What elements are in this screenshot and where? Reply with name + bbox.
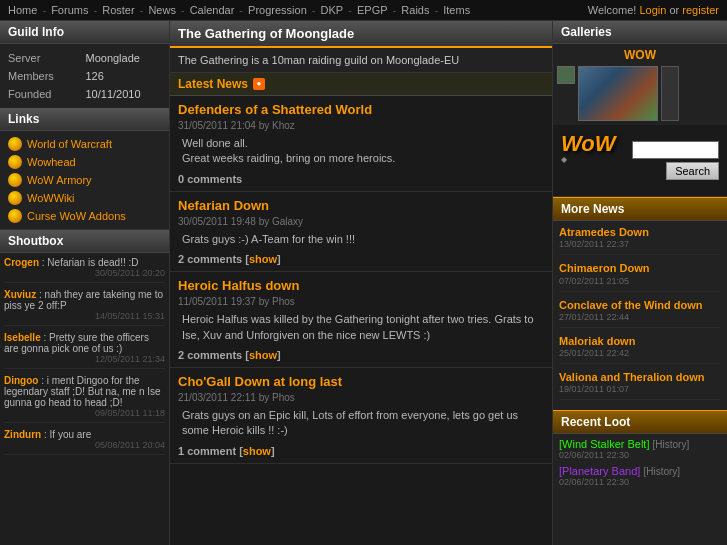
more-news-3: Maloriak down 25/01/2011 22:42: [559, 334, 721, 364]
server-value: Moonglade: [79, 50, 167, 66]
nav-news[interactable]: News: [148, 4, 176, 16]
server-label: Server: [2, 50, 77, 66]
nav-epgp[interactable]: EPGP: [357, 4, 388, 16]
guild-description: The Gathering is a 10man raiding guild o…: [170, 48, 552, 73]
news-1-show-link[interactable]: show: [249, 253, 277, 265]
news-2-comments: 2 comments [show]: [178, 349, 544, 361]
nav-raids[interactable]: Raids: [401, 4, 429, 16]
shout-3: Dingoo : i ment Dingoo for the legendary…: [4, 375, 165, 423]
link-wowhead-label: Wowhead: [27, 156, 76, 168]
news-2-show-link[interactable]: show: [249, 349, 277, 361]
news-0-comments: 0 comments: [178, 173, 544, 185]
shout-0-text: Nefarian is dead!! :D: [47, 257, 138, 268]
galleries-section: WOW: [553, 44, 727, 125]
loot-0-name[interactable]: [Wind Stalker Belt]: [559, 438, 649, 450]
links-section: World of Warcraft Wowhead WoW Armory WoW…: [0, 131, 169, 229]
link-wowwiki[interactable]: WoWWiki: [0, 189, 169, 207]
wowhead-icon: [8, 155, 22, 169]
link-curse-label: Curse WoW Addons: [27, 210, 126, 222]
more-news-2-title[interactable]: Conclave of the Wind down: [559, 298, 721, 312]
nav-home[interactable]: Home: [8, 4, 37, 16]
wowwiki-icon: [8, 191, 22, 205]
main-layout: Guild Info Server Moonglade Members 126 …: [0, 21, 727, 545]
top-navigation: Home - Forums - Roster - News - Calendar…: [0, 0, 727, 21]
loot-1-name[interactable]: [Planetary Band]: [559, 465, 640, 477]
news-1-comments: 2 comments [show]: [178, 253, 544, 265]
shoutbox: Shoutbox Crogen : Nefarian is dead!! :D …: [0, 229, 169, 545]
news-0-meta: 31/05/2011 21:04 by Khoz: [178, 120, 544, 131]
rss-icon[interactable]: ●: [253, 78, 265, 90]
nav-items[interactable]: Items: [443, 4, 470, 16]
wow-search-button[interactable]: Search: [666, 162, 719, 180]
shoutbox-header: Shoutbox: [0, 230, 169, 253]
members-label: Members: [2, 68, 77, 84]
nav-progression[interactable]: Progression: [248, 4, 307, 16]
wow-search-input[interactable]: [632, 141, 719, 159]
more-news-4-date: 19/01/2011 01:07: [559, 384, 721, 394]
wow-search-widget: WoW ◆ Search: [553, 125, 727, 197]
founded-value: 10/11/2010: [79, 86, 167, 102]
shout-4-text: If you are: [50, 429, 92, 440]
more-news-4-title[interactable]: Valiona and Theralion down: [559, 370, 721, 384]
gallery-label: WOW: [557, 48, 723, 62]
members-row: Members 126: [2, 68, 167, 84]
news-3-show-link[interactable]: show: [243, 445, 271, 457]
gallery-thumb-main[interactable]: [578, 66, 658, 121]
news-3-title[interactable]: Cho'Gall Down at long last: [178, 374, 544, 389]
news-item-1: Nefarian Down 30/05/2011 19:48 by Galaxy…: [170, 192, 552, 272]
or-text: or: [669, 4, 679, 16]
shout-4: Zindurn : If you are 05/06/2011 20:04: [4, 429, 165, 455]
more-news-3-title[interactable]: Maloriak down: [559, 334, 721, 348]
guild-info-table: Server Moonglade Members 126 Founded 10/…: [0, 44, 169, 108]
more-news-header: More News: [553, 197, 727, 221]
curse-icon: [8, 209, 22, 223]
nav-forums[interactable]: Forums: [51, 4, 88, 16]
shout-0: Crogen : Nefarian is dead!! :D 30/05/201…: [4, 257, 165, 283]
loot-0-date: 02/06/2011 22:30: [559, 450, 721, 460]
link-wowhead[interactable]: Wowhead: [0, 153, 169, 171]
left-sidebar: Guild Info Server Moonglade Members 126 …: [0, 21, 170, 545]
news-0-title[interactable]: Defenders of a Shattered World: [178, 102, 544, 117]
loot-1: [Planetary Band] [History] 02/06/2011 22…: [559, 465, 721, 487]
nav-roster[interactable]: Roster: [102, 4, 134, 16]
nav-calendar[interactable]: Calendar: [190, 4, 235, 16]
links-header: Links: [0, 108, 169, 131]
loot-0: [Wind Stalker Belt] [History] 02/06/2011…: [559, 438, 721, 460]
more-news-0: Atramedes Down 13/02/2011 22:37: [559, 225, 721, 255]
shoutbox-content[interactable]: Crogen : Nefarian is dead!! :D 30/05/201…: [0, 253, 169, 545]
link-wow[interactable]: World of Warcraft: [0, 135, 169, 153]
news-1-title[interactable]: Nefarian Down: [178, 198, 544, 213]
wow-logo: WoW ◆: [561, 133, 626, 188]
news-2-title[interactable]: Heroic Halfus down: [178, 278, 544, 293]
more-news-2: Conclave of the Wind down 27/01/2011 22:…: [559, 298, 721, 328]
more-news-0-title[interactable]: Atramedes Down: [559, 225, 721, 239]
nav-user-area: Welcome! Login or register: [588, 4, 719, 16]
galleries-header: Galleries: [553, 21, 727, 44]
news-0-body: Well done all.Great weeks raiding, bring…: [178, 136, 544, 167]
latest-news-label: Latest News: [178, 77, 248, 91]
link-wow-label: World of Warcraft: [27, 138, 112, 150]
more-news-1-title[interactable]: Chimaeron Down: [559, 261, 721, 275]
guild-name-header: The Gathering of Moonglade: [170, 21, 552, 48]
gallery-thumb-small-1[interactable]: [557, 66, 575, 84]
news-3-meta: 21/03/2011 22:11 by Phos: [178, 392, 544, 403]
nav-dkp[interactable]: DKP: [321, 4, 344, 16]
loot-1-date: 02/06/2011 22:30: [559, 477, 721, 487]
news-item-3: Cho'Gall Down at long last 21/03/2011 22…: [170, 368, 552, 464]
wow-logo-sub: ◆: [561, 155, 626, 164]
register-link[interactable]: register: [682, 4, 719, 16]
loot-0-meta: [History]: [653, 439, 690, 450]
link-curse-wow-addons[interactable]: Curse WoW Addons: [0, 207, 169, 225]
guild-info-header: Guild Info: [0, 21, 169, 44]
more-news-0-date: 13/02/2011 22:37: [559, 239, 721, 249]
login-link[interactable]: Login: [639, 4, 666, 16]
news-3-body: Grats guys on an Epic kill, Lots of effo…: [178, 408, 544, 439]
link-wow-armory[interactable]: WoW Armory: [0, 171, 169, 189]
more-news-3-date: 25/01/2011 22:42: [559, 348, 721, 358]
news-2-meta: 11/05/2011 19:37 by Phos: [178, 296, 544, 307]
recent-loot-section: [Wind Stalker Belt] [History] 02/06/2011…: [553, 434, 727, 496]
news-item-2: Heroic Halfus down 11/05/2011 19:37 by P…: [170, 272, 552, 368]
shout-2-author: Isebelle: [4, 332, 41, 343]
more-news-4: Valiona and Theralion down 19/01/2011 01…: [559, 370, 721, 400]
founded-row: Founded 10/11/2010: [2, 86, 167, 102]
